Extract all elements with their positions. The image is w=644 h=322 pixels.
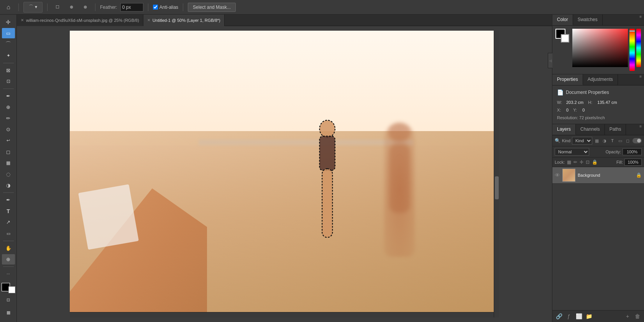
tab-2[interactable]: ✕ Untitled-1 @ 50% (Layer 1, RGB/8*) — [143, 15, 225, 26]
zoom-tool[interactable]: ⊕ — [2, 254, 15, 264]
move-tool[interactable]: ✛ — [2, 17, 15, 27]
selection-add-btn[interactable]: ☐ — [52, 2, 63, 13]
lasso-tool-options[interactable]: ⌒ ▾ — [23, 2, 43, 13]
eyedropper-tool[interactable]: ✒ — [2, 91, 15, 101]
color-panel-collapse[interactable]: ≡ — [637, 15, 644, 25]
new-group-btn[interactable]: 📁 — [585, 312, 593, 320]
x-value: 0 — [566, 108, 568, 112]
tab1-close[interactable]: ✕ — [21, 18, 24, 22]
add-style-btn[interactable]: ƒ — [565, 312, 573, 320]
screen-mode-tool[interactable]: ▦ — [2, 307, 15, 318]
canvas-area[interactable] — [17, 26, 552, 322]
tab-swatches[interactable]: Swatches — [573, 15, 603, 25]
properties-panel: Properties Adjustments ≡ 📄 Document Prop… — [552, 74, 644, 124]
divider2 — [47, 3, 48, 11]
anti-alias-label[interactable]: Anti-alias — [153, 5, 178, 10]
tab-layers[interactable]: Layers — [552, 124, 576, 135]
lasso-tool[interactable]: ⌒ — [2, 39, 15, 49]
selection-sub-btn[interactable]: ⊕ — [66, 2, 77, 13]
tab-properties[interactable]: Properties — [552, 74, 583, 85]
filter-shape-btn[interactable]: ▭ — [617, 137, 623, 145]
color-picker-area — [572, 29, 641, 71]
lock-position-btn[interactable]: ✛ — [580, 159, 583, 165]
spot-heal-tool[interactable]: ⊕ — [2, 102, 15, 112]
tool-divider2 — [3, 89, 14, 89]
tab-color[interactable]: Color — [552, 15, 573, 25]
more-tools[interactable]: ··· — [2, 269, 15, 279]
lock-image-btn[interactable]: ✏ — [573, 159, 577, 165]
crop-tool[interactable]: ⊠ — [2, 65, 15, 76]
marquee-tool[interactable]: ▭ — [2, 28, 15, 38]
filter-kind-select[interactable]: Kind — [572, 137, 592, 145]
tab-adjustments[interactable]: Adjustments — [583, 74, 618, 85]
panel-collapse-handle[interactable]: ◁ — [548, 53, 552, 68]
opacity-input[interactable] — [623, 148, 642, 155]
quick-mask-tool[interactable]: ⊡ — [2, 294, 15, 306]
eraser-tool[interactable]: ◻ — [2, 147, 15, 157]
tab-paths[interactable]: Paths — [605, 124, 626, 135]
props-dimensions-row: W: 203.2 cm H: 135.47 cm — [557, 100, 639, 105]
brush-tool[interactable]: ✏ — [2, 113, 15, 123]
tab2-close[interactable]: ✕ — [147, 18, 150, 22]
color-panel-tabs: Color Swatches ≡ — [552, 15, 644, 26]
filter-icon[interactable]: 🔍 — [555, 138, 560, 143]
lock-transparent-btn[interactable]: ▦ — [567, 159, 571, 165]
canvas-scrollbar-v[interactable] — [494, 31, 499, 317]
new-layer-btn[interactable]: + — [623, 312, 632, 320]
background-color-swatch[interactable] — [561, 34, 569, 43]
selection-int-btn[interactable]: ⊗ — [80, 2, 90, 13]
type-tool[interactable]: T — [2, 206, 15, 216]
fill-label: Fill: — [616, 160, 623, 164]
tool-divider4 — [3, 241, 14, 241]
filter-toggle[interactable] — [632, 138, 642, 143]
color-gradient-overlay — [572, 29, 628, 67]
filter-type-btn[interactable]: T — [609, 137, 615, 145]
filter-smart-btn[interactable]: ◻ — [625, 137, 631, 145]
filter-pixel-btn[interactable]: ▦ — [594, 137, 600, 145]
color-hue-bar[interactable] — [629, 29, 635, 71]
top-toolbar: ⌂ ⌒ ▾ ☐ ⊕ ⊗ Feather: Anti-alias Select a… — [0, 0, 644, 15]
layers-panel-collapse[interactable]: ≡ — [637, 124, 644, 135]
fill-section: Fill: — [616, 159, 642, 166]
layer-background-row[interactable]: 👁 Background 🔒 — [552, 167, 644, 184]
background-swatch[interactable] — [8, 286, 15, 293]
anti-alias-checkbox[interactable] — [153, 5, 158, 10]
selected-figure — [310, 111, 345, 254]
home-button[interactable]: ⌂ — [3, 2, 14, 13]
props-panel-collapse[interactable]: ≡ — [637, 74, 644, 85]
filter-adjust-btn[interactable]: ◑ — [601, 137, 608, 145]
tab-1[interactable]: ✕ william-recinos-Qnd9uX6d-sM-unsplash.j… — [17, 15, 143, 26]
add-mask-btn[interactable]: ⬜ — [575, 312, 583, 320]
add-link-btn[interactable]: 🔗 — [555, 312, 563, 320]
layer-blend-row: Normal Opacity: — [552, 146, 644, 158]
color-gradient[interactable] — [572, 29, 628, 67]
layer-visibility-icon[interactable]: 👁 — [555, 172, 560, 178]
fill-input[interactable] — [624, 159, 642, 166]
canvas-scrollbar-h[interactable] — [70, 312, 494, 317]
tab2-label: Untitled-1 @ 50% (Layer 1, RGB/8*) — [153, 18, 220, 23]
color-spectrum-bar[interactable] — [636, 29, 641, 67]
quick-select-tool[interactable]: ✦ — [2, 50, 15, 61]
svg-rect-1 — [320, 136, 335, 171]
select-mask-button[interactable]: Select and Mask... — [188, 3, 236, 12]
v-scroll-thumb[interactable] — [495, 176, 499, 199]
history-brush-tool[interactable]: ↩ — [2, 135, 15, 146]
path-select-tool[interactable]: ↗ — [2, 217, 15, 227]
blur-tool[interactable]: ◌ — [2, 169, 15, 179]
lock-all-btn[interactable]: 🔒 — [592, 159, 598, 165]
clone-tool[interactable]: ⊙ — [2, 124, 15, 135]
hand-tool[interactable]: ✋ — [2, 243, 15, 253]
frame-tool[interactable]: ⊡ — [2, 76, 15, 87]
dodge-tool[interactable]: ◑ — [2, 180, 15, 191]
blend-mode-select[interactable]: Normal — [555, 148, 589, 156]
height-field: H: 135.47 cm — [588, 100, 617, 105]
pen-tool[interactable]: ✒ — [2, 195, 15, 205]
lock-artboard-btn[interactable]: ⊡ — [586, 159, 590, 165]
feather-input[interactable] — [120, 3, 143, 12]
tab-channels[interactable]: Channels — [576, 124, 605, 135]
delete-layer-btn[interactable]: 🗑 — [633, 312, 642, 320]
gradient-tool[interactable]: ▦ — [2, 158, 15, 168]
divider3 — [95, 3, 95, 11]
shape-tool[interactable]: ▭ — [2, 228, 15, 239]
tabs-bar: ✕ william-recinos-Qnd9uX6d-sM-unsplash.j… — [17, 15, 552, 26]
